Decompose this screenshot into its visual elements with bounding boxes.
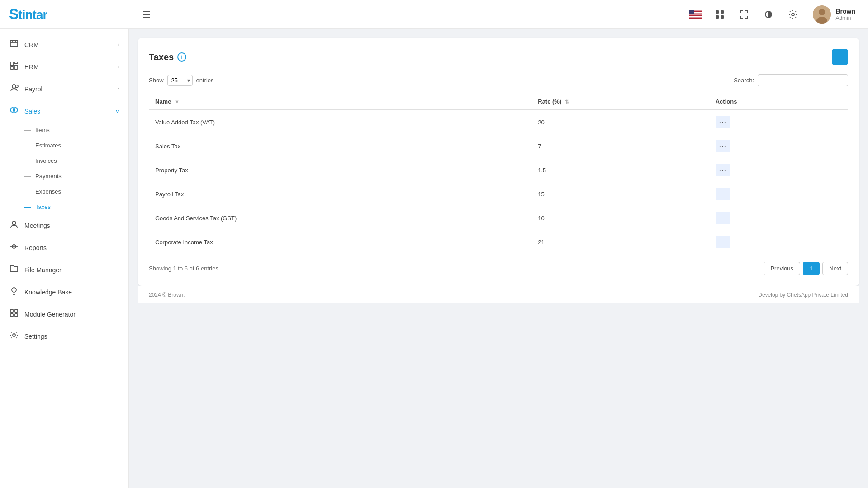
- main-header: Stintar ☰: [0, 0, 868, 29]
- sidebar-item-knowledge-base[interactable]: Knowledge Base: [0, 281, 128, 303]
- row-action-button[interactable]: ···: [716, 188, 730, 200]
- language-selector[interactable]: [687, 6, 703, 23]
- taxes-dash-icon: —: [24, 203, 31, 210]
- sidebar-item-meetings-label: Meetings: [24, 222, 119, 229]
- app-logo: Stintar: [9, 6, 47, 23]
- row-action-button[interactable]: ···: [716, 116, 730, 128]
- search-input[interactable]: [758, 74, 848, 86]
- row-action-button[interactable]: ···: [716, 212, 730, 224]
- showing-text: Showing 1 to 6 of 6 entries: [149, 265, 218, 272]
- svg-rect-16: [10, 40, 18, 47]
- cell-rate: 15: [531, 182, 709, 206]
- darkmode-icon[interactable]: [760, 6, 777, 23]
- hamburger-button[interactable]: ☰: [142, 9, 151, 20]
- submenu-item-payments[interactable]: — Payments: [0, 168, 128, 184]
- svg-rect-4: [689, 14, 702, 15]
- sidebar-item-sales[interactable]: Sales ∨: [0, 100, 128, 122]
- submenu-item-items[interactable]: — Items: [0, 122, 128, 137]
- add-tax-button[interactable]: +: [832, 49, 848, 65]
- table-row: Sales Tax7···: [149, 134, 848, 158]
- svg-rect-6: [689, 17, 702, 18]
- next-button[interactable]: Next: [822, 262, 848, 275]
- page-1-button[interactable]: 1: [803, 262, 820, 275]
- taxes-table: Name ▼ Rate (%) ⇅ Actions Value: [149, 94, 848, 254]
- entries-label: entries: [196, 77, 214, 84]
- sidebar-item-settings-label: Settings: [24, 333, 119, 340]
- page-title: Taxes: [149, 52, 174, 62]
- estimates-dash-icon: —: [24, 142, 31, 149]
- settings-icon[interactable]: [785, 6, 801, 23]
- cell-name: Property Tax: [149, 158, 531, 182]
- expenses-dash-icon: —: [24, 188, 31, 195]
- sales-icon: [9, 105, 19, 117]
- info-icon[interactable]: i: [177, 52, 186, 62]
- sidebar-settings-icon: [9, 331, 19, 342]
- file-manager-icon: [9, 264, 19, 275]
- row-action-button[interactable]: ···: [716, 140, 730, 152]
- pagination-area: Showing 1 to 6 of 6 entries Previous 1 N…: [149, 262, 848, 275]
- svg-rect-21: [14, 62, 18, 64]
- sidebar-item-settings[interactable]: Settings: [0, 325, 128, 347]
- items-dash-icon: —: [24, 126, 31, 133]
- sidebar-item-crm-label: CRM: [24, 41, 112, 48]
- sidebar-item-reports[interactable]: Reports: [0, 237, 128, 259]
- svg-point-27: [13, 108, 18, 112]
- column-actions: Actions: [709, 94, 848, 110]
- sidebar-item-file-manager[interactable]: File Manager: [0, 259, 128, 281]
- cell-rate: 10: [531, 206, 709, 230]
- reports-icon: [9, 242, 19, 253]
- submenu-items-label: Items: [35, 127, 50, 133]
- module-generator-icon: [9, 308, 19, 320]
- sidebar-item-sales-label: Sales: [24, 108, 110, 115]
- row-action-button[interactable]: ···: [716, 236, 730, 248]
- submenu-estimates-label: Estimates: [35, 142, 61, 149]
- column-name[interactable]: Name ▼: [149, 94, 531, 110]
- sidebar-item-meetings[interactable]: Meetings: [0, 214, 128, 237]
- submenu-taxes-label: Taxes: [35, 204, 51, 210]
- user-info: Brown Admin: [835, 8, 855, 21]
- cell-rate: 20: [531, 110, 709, 134]
- avatar: [813, 5, 831, 24]
- pagination-controls: Previous 1 Next: [764, 262, 848, 275]
- row-action-button[interactable]: ···: [716, 164, 730, 176]
- submenu-item-expenses[interactable]: — Expenses: [0, 184, 128, 199]
- header-right: Brown Admin: [687, 4, 859, 25]
- cell-actions: ···: [709, 134, 848, 158]
- sidebar-item-payroll-label: Payroll: [24, 85, 112, 93]
- submenu-item-estimates[interactable]: — Estimates: [0, 137, 128, 153]
- sidebar-item-crm[interactable]: CRM ›: [0, 33, 128, 56]
- developer-text: Develop by ChetsApp Private Limited: [758, 292, 848, 298]
- meetings-icon: [9, 220, 19, 231]
- svg-rect-22: [14, 65, 18, 69]
- submenu-invoices-label: Invoices: [35, 157, 57, 164]
- search-area: Search:: [734, 74, 848, 86]
- crm-arrow-icon: ›: [118, 42, 119, 48]
- header-center: ☰: [138, 9, 687, 20]
- entries-select[interactable]: 25 10 50 100: [167, 75, 193, 86]
- previous-button[interactable]: Previous: [764, 262, 800, 275]
- sidebar-item-module-generator[interactable]: Module Generator: [0, 303, 128, 325]
- svg-point-42: [13, 334, 15, 336]
- svg-point-35: [12, 288, 16, 292]
- submenu-item-invoices[interactable]: — Invoices: [0, 153, 128, 168]
- cell-name: Sales Tax: [149, 134, 531, 158]
- cell-rate: 1.5: [531, 158, 709, 182]
- user-menu[interactable]: Brown Admin: [809, 4, 859, 25]
- entries-select-wrapper[interactable]: 25 10 50 100: [167, 75, 193, 86]
- sidebar-item-hrm-label: HRM: [24, 63, 112, 71]
- cell-name: Payroll Tax: [149, 182, 531, 206]
- sidebar-item-hrm[interactable]: HRM ›: [0, 56, 128, 78]
- svg-point-30: [12, 245, 16, 248]
- fullscreen-icon[interactable]: [736, 6, 752, 23]
- column-rate[interactable]: Rate (%) ⇅: [531, 94, 709, 110]
- table-row: Corporate Income Tax21···: [149, 230, 848, 254]
- grid-icon[interactable]: [711, 6, 728, 23]
- svg-rect-10: [716, 15, 719, 19]
- sidebar-item-payroll[interactable]: Payroll ›: [0, 78, 128, 100]
- knowledge-base-icon: [9, 286, 19, 298]
- hrm-arrow-icon: ›: [118, 64, 119, 70]
- svg-point-28: [12, 221, 16, 225]
- table-row: Property Tax1.5···: [149, 158, 848, 182]
- cell-actions: ···: [709, 110, 848, 134]
- submenu-item-taxes[interactable]: — Taxes: [0, 199, 128, 214]
